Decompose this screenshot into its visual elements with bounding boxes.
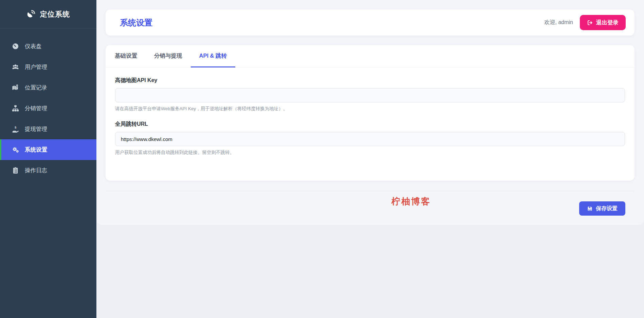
logout-button[interactable]: 退出登录 xyxy=(580,15,626,30)
welcome-text: 欢迎, admin xyxy=(545,19,573,26)
sidebar-item-label: 系统设置 xyxy=(25,146,47,154)
watermark-text: 柠柚博客 xyxy=(391,196,431,207)
field-amap-api-key: 高德地图API Key 请在高德开放平台申请Web服务API Key，用于逆地址… xyxy=(115,77,625,112)
page-title: 系统设置 xyxy=(120,17,152,28)
sidebar-item-label: 用户管理 xyxy=(25,63,47,71)
gauge-icon xyxy=(12,43,19,50)
tab-distribution-withdrawal[interactable]: 分销与提现 xyxy=(146,45,191,67)
header-right: 欢迎, admin 退出登录 xyxy=(545,15,626,30)
satellite-dish-icon xyxy=(26,9,36,19)
sidebar-item-users[interactable]: 用户管理 xyxy=(0,57,96,77)
field-label: 全局跳转URL xyxy=(115,121,625,128)
amap-api-key-input[interactable] xyxy=(115,88,625,102)
app-title: 定位系统 xyxy=(40,9,70,19)
sign-out-icon xyxy=(587,20,593,26)
field-global-redirect-url: 全局跳转URL 用户获取位置成功后将自动跳转到此链接。留空则不跳转。 xyxy=(115,121,625,156)
save-button-label: 保存设置 xyxy=(596,205,618,212)
map-marked-icon xyxy=(12,84,19,92)
sidebar-item-distribution[interactable]: 分销管理 xyxy=(0,98,96,119)
sidebar-menu: 仪表盘 用户管理 xyxy=(0,28,96,181)
app-root: 定位系统 仪表盘 xyxy=(0,0,644,318)
clipboard-list-icon xyxy=(12,167,19,174)
sidebar-item-dashboard[interactable]: 仪表盘 xyxy=(0,36,96,57)
sidebar-item-label: 分销管理 xyxy=(25,105,47,112)
gears-icon xyxy=(12,146,19,154)
sidebar-item-settings[interactable]: 系统设置 xyxy=(0,139,96,160)
users-icon xyxy=(12,63,19,71)
tab-content: 高德地图API Key 请在高德开放平台申请Web服务API Key，用于逆地址… xyxy=(106,67,634,156)
sidebar-item-label: 位置记录 xyxy=(25,84,47,92)
global-redirect-url-input[interactable] xyxy=(115,132,625,146)
sidebar-item-label: 提现管理 xyxy=(25,125,47,133)
save-icon xyxy=(587,206,593,212)
field-help: 用户获取位置成功后将自动跳转到此链接。留空则不跳转。 xyxy=(115,150,625,156)
tab-api-redirect[interactable]: API & 跳转 xyxy=(191,45,236,67)
page-header-card: 系统设置 欢迎, admin 退出登录 xyxy=(106,9,634,36)
field-label: 高德地图API Key xyxy=(115,77,625,84)
sidebar-item-label: 仪表盘 xyxy=(25,43,42,50)
field-help: 请在高德开放平台申请Web服务API Key，用于逆地址解析（将经纬度转换为地址… xyxy=(115,106,625,112)
hand-holding-dollar-icon: $ xyxy=(12,125,19,133)
svg-text:$: $ xyxy=(15,125,17,129)
main-content: 系统设置 欢迎, admin 退出登录 xyxy=(96,0,644,318)
logout-button-label: 退出登录 xyxy=(596,19,619,26)
sidebar: 定位系统 仪表盘 xyxy=(0,0,96,318)
save-settings-button[interactable]: 保存设置 xyxy=(579,201,625,216)
sidebar-item-locations[interactable]: 位置记录 xyxy=(0,77,96,98)
sidebar-item-withdrawals[interactable]: $ 提现管理 xyxy=(0,119,96,139)
tab-bar: 基础设置 分销与提现 API & 跳转 xyxy=(106,45,634,67)
brand: 定位系统 xyxy=(0,0,96,28)
content-surface: 系统设置 欢迎, admin 退出登录 xyxy=(96,0,644,225)
sidebar-item-logs[interactable]: 操作日志 xyxy=(0,160,96,181)
sidebar-item-label: 操作日志 xyxy=(25,167,47,174)
settings-card: 基础设置 分销与提现 API & 跳转 高德地图API Key 请在高德开放平台… xyxy=(106,45,634,181)
tab-basic-settings[interactable]: 基础设置 xyxy=(106,45,146,67)
footer-bar: 柠柚博客 保存设置 xyxy=(106,191,634,225)
sitemap-icon xyxy=(12,105,19,112)
